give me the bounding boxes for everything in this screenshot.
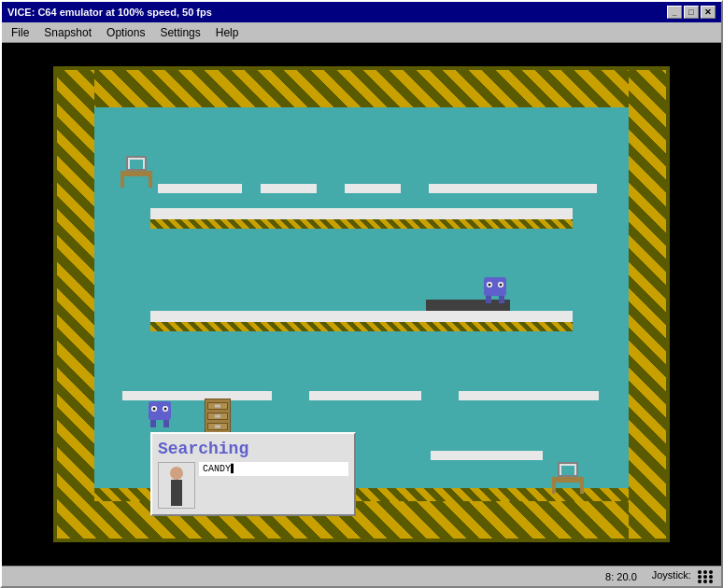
desk-leg-left xyxy=(120,176,124,188)
desk-legs-bottomright xyxy=(552,483,584,494)
plat-low3 xyxy=(459,391,599,400)
plat-low2 xyxy=(309,391,421,400)
joystick-label: Joystick: xyxy=(652,569,714,582)
handle3 xyxy=(215,426,220,428)
platform-top xyxy=(150,208,573,219)
desk-leg-br-left xyxy=(552,483,556,494)
svg-point-4 xyxy=(500,284,503,287)
svg-point-11 xyxy=(164,408,167,411)
plat-bot2 xyxy=(431,451,543,460)
search-input-area: CANDY▌ xyxy=(199,462,348,476)
game-canvas: Searching CANDY▌ xyxy=(53,66,670,542)
svg-rect-13 xyxy=(163,420,169,427)
joystick-text: Joystick: xyxy=(652,569,691,581)
position-display: 8: 20.0 xyxy=(605,571,637,582)
monitor-screen-topleft xyxy=(130,160,143,169)
content-area: Searching CANDY▌ xyxy=(2,43,721,566)
svg-rect-6 xyxy=(499,296,504,303)
border-left xyxy=(57,70,94,539)
svg-rect-12 xyxy=(150,420,156,427)
close-button[interactable]: ✕ xyxy=(701,6,716,19)
joystick-icon xyxy=(698,570,714,583)
platform-top-stripe xyxy=(150,219,573,229)
menu-settings[interactable]: Settings xyxy=(152,24,207,40)
figure-head xyxy=(170,467,183,480)
platform-mid-stripe xyxy=(150,322,573,331)
platform-mid xyxy=(150,311,573,322)
search-title: Searching xyxy=(158,440,348,458)
drawer3 xyxy=(207,423,228,430)
plat-sm4 xyxy=(429,184,597,193)
plat-sm3 xyxy=(345,184,401,193)
menu-options[interactable]: Options xyxy=(99,24,152,40)
drawer1 xyxy=(207,402,228,410)
menu-help[interactable]: Help xyxy=(208,24,247,40)
menu-snapshot[interactable]: Snapshot xyxy=(36,24,99,40)
svg-point-10 xyxy=(153,408,156,411)
desk-leg-right xyxy=(149,176,152,188)
monitor-bottomright xyxy=(558,462,578,477)
handle2 xyxy=(215,415,220,418)
desk-topleft xyxy=(120,156,152,188)
svg-rect-7 xyxy=(149,401,171,420)
search-label-text: CANDY xyxy=(203,464,231,474)
desk-leg-br-right xyxy=(580,483,584,494)
maximize-button[interactable]: □ xyxy=(684,6,699,19)
border-bottom xyxy=(57,501,666,539)
window-title: VICE: C64 emulator at 100% speed, 50 fps xyxy=(7,7,212,18)
plat-low1 xyxy=(122,391,272,400)
search-body: CANDY▌ xyxy=(158,462,348,509)
handle1 xyxy=(215,405,220,408)
drawer2 xyxy=(207,413,228,420)
plat-sm1 xyxy=(158,184,242,193)
game-interior: Searching CANDY▌ xyxy=(94,107,629,501)
minimize-button[interactable]: _ xyxy=(667,6,682,19)
desk-legs-topleft xyxy=(120,176,152,188)
svg-rect-0 xyxy=(484,277,506,296)
search-dialog: Searching CANDY▌ xyxy=(150,432,356,516)
main-window: VICE: C64 emulator at 100% speed, 50 fps… xyxy=(0,0,723,588)
menu-bar: File Snapshot Options Settings Help xyxy=(2,22,721,43)
search-cursor: ▌ xyxy=(231,464,236,474)
svg-rect-5 xyxy=(486,296,491,303)
svg-point-3 xyxy=(489,284,491,287)
monster-lower-left xyxy=(147,401,173,434)
status-bar: 8: 20.0 Joystick: xyxy=(2,566,721,586)
search-image xyxy=(158,462,195,509)
desk-bottomright xyxy=(552,462,584,494)
title-bar: VICE: C64 emulator at 100% speed, 50 fps… xyxy=(2,2,721,22)
figure-body xyxy=(171,480,182,506)
monitor-topleft xyxy=(126,156,147,171)
search-text-area: CANDY▌ xyxy=(199,462,348,478)
plat-sm2 xyxy=(261,184,317,193)
menu-file[interactable]: File xyxy=(4,24,36,40)
title-bar-buttons: _ □ ✕ xyxy=(667,6,716,19)
border-right xyxy=(629,70,666,539)
monitor-screen-bottomright xyxy=(561,466,574,475)
monster-mid-right xyxy=(482,277,508,310)
border-top xyxy=(57,70,666,107)
